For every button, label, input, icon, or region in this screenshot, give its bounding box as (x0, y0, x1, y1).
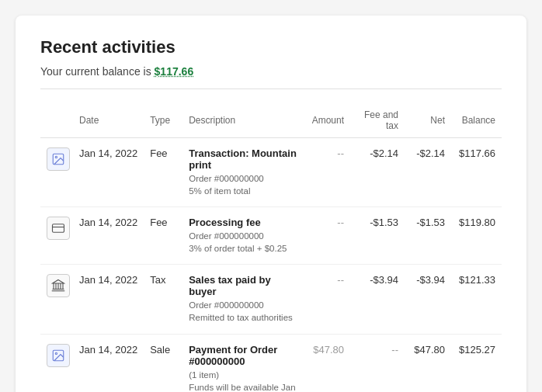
col-net: Net (405, 105, 451, 138)
row-date: Jan 14, 2022 (73, 265, 144, 334)
row-fee: -$1.53 (350, 207, 405, 265)
row-net: -$1.53 (405, 207, 451, 265)
desc-sub2: Funds will be available Jan 15, 2022 (189, 381, 297, 392)
image-icon (47, 147, 70, 171)
table-row: Jan 14, 2022TaxSales tax paid by buyerOr… (40, 265, 502, 334)
row-date: Jan 14, 2022 (73, 138, 144, 207)
row-icon-cell (40, 138, 73, 207)
row-icon-cell (40, 265, 73, 334)
desc-main: Processing fee (189, 217, 297, 228)
row-fee: -$3.94 (350, 265, 405, 334)
balance-amount[interactable]: $117.66 (155, 65, 194, 78)
desc-sub2: 5% of item total (189, 185, 297, 197)
row-date: Jan 14, 2022 (73, 207, 144, 265)
row-balance: $119.80 (451, 207, 502, 265)
row-date: Jan 14, 2022 (73, 334, 144, 392)
desc-sub2: 3% of order total + $0.25 (189, 242, 297, 255)
row-type: Fee (144, 207, 182, 265)
row-amount: $47.80 (304, 334, 350, 392)
desc-sub1: Order #000000000 (189, 230, 297, 242)
page-title: Recent activities (40, 37, 502, 57)
col-amount: Amount (304, 105, 350, 138)
row-icon-cell (40, 207, 73, 265)
row-fee: -$2.14 (350, 138, 405, 207)
desc-sub1: Order #000000000 (189, 172, 297, 185)
desc-sub1: Order #000000000 (189, 299, 297, 311)
image-icon (47, 344, 70, 367)
row-icon-cell (40, 334, 73, 392)
row-balance: $121.33 (451, 265, 502, 334)
table-row: Jan 14, 2022SalePayment for Order #00000… (40, 334, 502, 392)
row-amount: -- (304, 207, 350, 265)
row-description: Transaction: Mountain printOrder #000000… (182, 138, 304, 207)
col-description: Description (182, 105, 304, 138)
row-net: -$2.14 (405, 138, 451, 207)
row-description: Processing feeOrder #0000000003% of orde… (182, 207, 304, 265)
row-balance: $125.27 (451, 334, 502, 392)
row-description: Payment for Order #000000000(1 item)Fund… (182, 334, 304, 392)
activities-table: Date Type Description Amount Fee and tax… (40, 105, 502, 392)
balance-line: Your current balance is $117.66 (40, 65, 502, 89)
table-row: Jan 14, 2022FeeProcessing feeOrder #0000… (40, 207, 502, 265)
col-balance: Balance (451, 105, 502, 138)
desc-sub1: (1 item) (189, 369, 297, 381)
table-row: Jan 14, 2022FeeTransaction: Mountain pri… (40, 138, 502, 207)
row-amount: -- (304, 138, 350, 207)
svg-point-1 (55, 156, 57, 158)
row-net: $47.80 (405, 334, 451, 392)
row-type: Tax (144, 265, 182, 334)
desc-main: Transaction: Mountain print (189, 147, 297, 171)
row-balance: $117.66 (451, 138, 502, 207)
card-icon (47, 217, 70, 240)
row-type: Sale (144, 334, 182, 392)
desc-sub2: Remitted to tax authorities (189, 311, 297, 324)
col-date: Date (73, 105, 144, 138)
col-type: Type (144, 105, 182, 138)
col-fee-tax: Fee and tax (350, 105, 405, 138)
activities-card: Recent activities Your current balance i… (16, 16, 526, 392)
row-net: -$3.94 (405, 265, 451, 334)
svg-marker-4 (53, 280, 64, 284)
row-description: Sales tax paid by buyerOrder #000000000R… (182, 265, 304, 334)
bank-icon (47, 274, 70, 297)
svg-point-13 (55, 352, 57, 354)
desc-main: Payment for Order #000000000 (189, 344, 297, 367)
col-icon (40, 105, 73, 138)
row-fee: -- (350, 334, 405, 392)
svg-rect-2 (53, 224, 64, 233)
row-type: Fee (144, 138, 182, 207)
balance-text: Your current balance is (40, 65, 155, 78)
row-amount: -- (304, 265, 350, 334)
desc-main: Sales tax paid by buyer (189, 274, 297, 297)
